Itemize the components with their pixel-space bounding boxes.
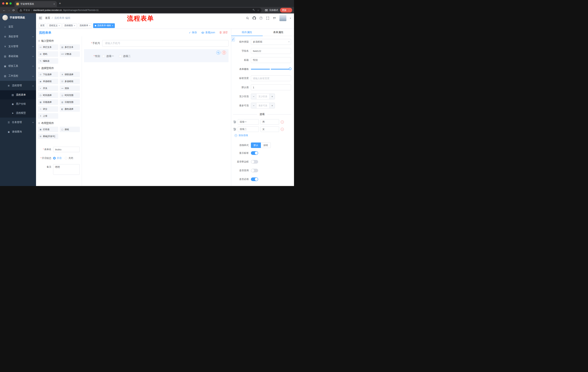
- close-icon[interactable]: ×: [112, 24, 113, 27]
- required-switch[interactable]: [251, 177, 258, 181]
- palette-item-color-picker[interactable]: ◧颜色选择: [60, 106, 80, 112]
- tag-process-definition[interactable]: 流程定义 ×: [47, 23, 62, 28]
- tab-component-props[interactable]: 组件属性: [231, 29, 263, 36]
- sidebar-item-infra[interactable]: ▤ 基础设施 ▾: [0, 51, 36, 61]
- minimize-window-button[interactable]: [6, 2, 8, 5]
- palette-item-time-picker[interactable]: ◷时间选择: [38, 93, 58, 98]
- palette-item-textarea[interactable]: ▤多行文本: [60, 44, 80, 50]
- palette-item-time-range[interactable]: ◶时间范围: [60, 93, 80, 98]
- sidebar-item-process-model[interactable]: ➤ 流程模型: [0, 108, 36, 117]
- canvas-field-gender-selected[interactable]: *性别 选项一 选项二: [84, 49, 229, 62]
- search-icon[interactable]: [246, 16, 249, 20]
- remove-option-button[interactable]: −: [281, 120, 284, 124]
- option-2-value-input[interactable]: [261, 127, 279, 132]
- sidebar-item-home[interactable]: ⌂ 首页: [0, 22, 36, 32]
- max-select-stepper[interactable]: − 最多可选 +: [251, 103, 275, 108]
- sidebar-item-process-mgmt[interactable]: ≣ 流程管理 ▴: [0, 81, 36, 90]
- reload-icon[interactable]: ⟳: [11, 9, 16, 12]
- palette-item-date-picker[interactable]: ▦日期选择: [38, 99, 58, 105]
- sidebar-item-workflow[interactable]: ▧ 工作流程 ▴: [0, 71, 36, 81]
- close-icon[interactable]: ×: [74, 24, 75, 27]
- decrement-button[interactable]: −: [251, 103, 256, 108]
- copy-widget-button[interactable]: [216, 51, 220, 55]
- min-select-stepper[interactable]: − 至少应选 +: [251, 94, 275, 99]
- save-button[interactable]: ✓ 保存: [189, 31, 197, 34]
- palette-item-cascader[interactable]: ⋔级联选择: [60, 72, 80, 77]
- zoom-window-button[interactable]: [10, 2, 12, 5]
- collapse-menu-icon[interactable]: [39, 17, 42, 19]
- palette-item-date-range[interactable]: ▥日期范围: [60, 99, 80, 105]
- tag-home[interactable]: 首页: [39, 23, 46, 28]
- option-1-value-input[interactable]: [261, 119, 279, 125]
- field-name-input[interactable]: [251, 48, 291, 54]
- default-value-input[interactable]: [251, 85, 291, 90]
- label-width-input[interactable]: [251, 75, 291, 81]
- sidebar-item-leave-query[interactable]: ◉ 请假查询: [0, 127, 36, 137]
- delete-widget-button[interactable]: [222, 51, 226, 55]
- sidebar-item-system[interactable]: ⚙ 系统管理 ▾: [0, 32, 36, 42]
- form-remark-input[interactable]: 嘿嘿: [53, 164, 80, 175]
- palette-item-editor[interactable]: ✎编辑器: [38, 58, 58, 64]
- macos-window-controls[interactable]: [2, 0, 12, 7]
- fullscreen-icon[interactable]: [266, 16, 270, 20]
- close-icon[interactable]: ×: [89, 24, 90, 27]
- option-1-label-input[interactable]: [238, 119, 259, 125]
- show-label-switch[interactable]: [251, 151, 258, 155]
- breadcrumb-home[interactable]: 首页: [45, 16, 50, 20]
- tab-form-props[interactable]: 表单属性: [263, 29, 294, 36]
- option-2-label-input[interactable]: [238, 127, 259, 132]
- add-option-button[interactable]: + 添加选项: [234, 134, 291, 137]
- gender-option-1[interactable]: 选项一: [102, 55, 114, 58]
- tab-close-icon[interactable]: ×: [53, 2, 55, 5]
- component-type-select[interactable]: [251, 39, 291, 45]
- palette-item-password[interactable]: ⊠密码: [38, 51, 58, 57]
- decrement-button[interactable]: −: [251, 94, 256, 99]
- address-bar[interactable]: 不安全 | dashboard.yudao.iocoder.cn/bpm/man…: [18, 8, 262, 13]
- sidebar-item-process-form[interactable]: ▤ 流程表单: [0, 90, 36, 99]
- user-avatar[interactable]: [279, 15, 286, 21]
- canvas-field-phone[interactable]: *手机号 请输入手机号: [84, 40, 229, 47]
- sidebar-item-payment[interactable]: ¥ 支付管理 ▾: [0, 42, 36, 51]
- avatar-caret-icon[interactable]: ∨: [290, 17, 291, 19]
- bookmark-star-icon[interactable]: ☆: [257, 9, 259, 12]
- status-radio-on[interactable]: 开启: [53, 157, 62, 160]
- grid-slider[interactable]: [251, 66, 291, 72]
- sidebar-item-devtools[interactable]: ▣ 研发工具 ▾: [0, 61, 36, 71]
- view-json-button[interactable]: 查看json: [201, 31, 215, 34]
- status-radio-off[interactable]: 关闭: [65, 157, 73, 160]
- palette-item-slider[interactable]: ⊶滑块: [60, 85, 80, 91]
- max-select-value[interactable]: 最多可选: [256, 103, 269, 108]
- link-handle[interactable]: [231, 37, 235, 42]
- close-icon[interactable]: ×: [59, 24, 60, 27]
- back-icon[interactable]: ←: [2, 9, 7, 12]
- help-icon[interactable]: ?: [259, 16, 263, 20]
- sidebar-item-user-group[interactable]: ◉ 用户分组: [0, 99, 36, 108]
- slider-handle[interactable]: [289, 67, 292, 70]
- github-icon[interactable]: [252, 16, 256, 20]
- palette-item-upload[interactable]: ↥上传: [38, 113, 58, 119]
- min-select-value[interactable]: 至少应选: [256, 94, 269, 99]
- palette-item-select[interactable]: ⊙下拉选择: [38, 72, 58, 77]
- palette-item-row-container[interactable]: ▣行容器: [38, 127, 58, 132]
- drag-handle-icon[interactable]: [233, 128, 236, 130]
- font-size-icon[interactable]: TT: [273, 16, 276, 20]
- form-name-input[interactable]: [53, 147, 80, 152]
- style-button-button[interactable]: 按钮: [261, 142, 271, 148]
- title-input[interactable]: [251, 57, 291, 63]
- forward-icon[interactable]: →: [7, 9, 11, 12]
- border-switch[interactable]: [251, 160, 258, 164]
- drag-handle-icon[interactable]: [233, 121, 236, 123]
- browser-update-button[interactable]: 更新 ⋮: [280, 8, 292, 12]
- increment-button[interactable]: +: [269, 103, 275, 108]
- new-tab-button[interactable]: +: [59, 1, 61, 6]
- palette-item-rate[interactable]: ☆评分: [38, 106, 58, 112]
- tag-process-model[interactable]: 流程模型 ×: [63, 23, 77, 28]
- close-window-button[interactable]: [2, 2, 4, 5]
- gender-option-2[interactable]: 选项二: [119, 55, 131, 58]
- palette-item-table[interactable]: ⊞表格[开发中]: [38, 134, 58, 139]
- disabled-switch[interactable]: [251, 169, 258, 172]
- palette-item-checkbox-group[interactable]: ☑多选框组: [60, 79, 80, 84]
- clear-button[interactable]: 清空: [220, 31, 228, 34]
- browser-menu-icon[interactable]: ⋮: [288, 9, 290, 12]
- palette-item-switch[interactable]: ◐开关: [38, 85, 58, 91]
